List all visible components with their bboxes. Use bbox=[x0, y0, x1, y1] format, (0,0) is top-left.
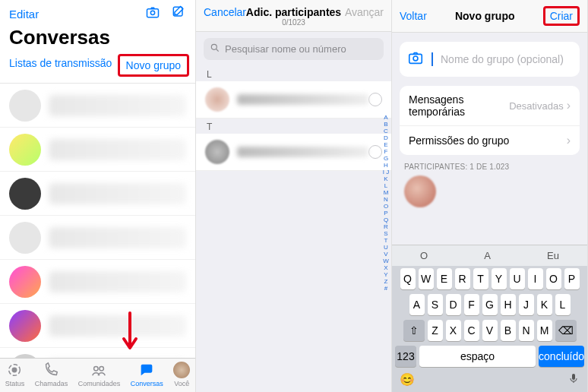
contact-name bbox=[237, 94, 368, 105]
key-U[interactable]: U bbox=[510, 268, 525, 289]
numbers-key[interactable]: 123 bbox=[395, 346, 416, 367]
chats-panel: Editar Conversas Listas de transmissão N… bbox=[0, 0, 196, 392]
chats-icon bbox=[138, 362, 155, 378]
key-J[interactable]: J bbox=[519, 294, 534, 315]
select-radio[interactable] bbox=[368, 145, 382, 159]
backspace-key[interactable]: ⌫ bbox=[555, 320, 577, 341]
advance-button[interactable]: Avançar bbox=[345, 6, 384, 18]
chat-preview bbox=[49, 95, 186, 116]
add-participants-panel: Cancelar Adic. participantes 0/1023 Avan… bbox=[196, 0, 392, 392]
new-group-panel: Voltar Novo grupo Criar Mensagens tempor… bbox=[392, 0, 588, 392]
chat-row[interactable] bbox=[0, 304, 195, 348]
header-counter: 0/1023 bbox=[204, 18, 384, 27]
participant-avatar[interactable] bbox=[404, 175, 436, 207]
alphabet-index[interactable]: A B C D E F G H I J K L M N O P Q R S T … bbox=[382, 114, 390, 292]
top-bar: Editar bbox=[0, 0, 195, 24]
contact-name bbox=[237, 147, 368, 157]
key-M[interactable]: M bbox=[537, 320, 552, 341]
key-F[interactable]: F bbox=[464, 294, 479, 315]
chat-row[interactable] bbox=[0, 216, 195, 260]
chat-avatar bbox=[9, 178, 41, 210]
chat-preview bbox=[49, 227, 186, 248]
disappearing-messages-row[interactable]: Mensagens temporárias Desativadas› bbox=[400, 86, 580, 126]
group-name-input[interactable] bbox=[441, 53, 574, 65]
tab-chats-label: Conversas bbox=[131, 380, 163, 387]
chat-avatar bbox=[9, 222, 41, 254]
contact-row[interactable] bbox=[196, 134, 391, 171]
chat-row[interactable] bbox=[0, 84, 195, 128]
edit-button[interactable]: Editar bbox=[9, 8, 39, 21]
key-P[interactable]: P bbox=[564, 268, 580, 289]
row-value: Desativadas bbox=[509, 100, 564, 112]
chat-list[interactable] bbox=[0, 84, 195, 358]
tab-you-label: Você bbox=[174, 380, 189, 387]
participants-label: PARTICIPANTES: 1 DE 1.023 bbox=[392, 155, 587, 175]
chat-preview bbox=[49, 183, 186, 204]
key-X[interactable]: X bbox=[446, 320, 461, 341]
svg-point-7 bbox=[211, 44, 217, 49]
chat-avatar bbox=[9, 266, 41, 298]
key-W[interactable]: W bbox=[419, 268, 434, 289]
done-key[interactable]: concluído bbox=[539, 346, 584, 367]
chat-preview bbox=[49, 139, 186, 160]
group-permissions-row[interactable]: Permissões do grupo › bbox=[400, 126, 580, 155]
chat-row[interactable] bbox=[0, 172, 195, 216]
emoji-key[interactable]: 😊 bbox=[400, 372, 415, 387]
tab-calls[interactable]: Chamadas bbox=[35, 362, 68, 387]
suggestion[interactable]: Eu bbox=[547, 250, 559, 261]
cancel-button[interactable]: Cancelar bbox=[204, 6, 246, 18]
key-S[interactable]: S bbox=[428, 294, 443, 315]
chevron-right-icon: › bbox=[567, 99, 571, 112]
camera-icon[interactable] bbox=[407, 49, 424, 69]
chat-row[interactable] bbox=[0, 348, 195, 358]
key-Y[interactable]: Y bbox=[492, 268, 507, 289]
contact-row[interactable] bbox=[196, 81, 391, 119]
back-button[interactable]: Voltar bbox=[400, 10, 427, 22]
suggestion[interactable]: A bbox=[484, 250, 491, 261]
key-N[interactable]: N bbox=[519, 320, 534, 341]
key-E[interactable]: E bbox=[437, 268, 452, 289]
key-D[interactable]: D bbox=[446, 294, 461, 315]
camera-icon[interactable] bbox=[145, 5, 160, 23]
text-caret bbox=[432, 52, 433, 66]
key-L[interactable]: L bbox=[555, 294, 571, 315]
sub-bar: Listas de transmissão Novo grupo bbox=[0, 54, 195, 84]
section-header-T: T bbox=[196, 119, 391, 134]
key-Q[interactable]: Q bbox=[400, 268, 416, 289]
key-Z[interactable]: Z bbox=[428, 320, 443, 341]
new-group-link[interactable]: Novo grupo bbox=[118, 54, 189, 77]
key-R[interactable]: R bbox=[455, 268, 470, 289]
create-button[interactable]: Criar bbox=[543, 6, 580, 26]
shift-key[interactable]: ⇧ bbox=[403, 320, 425, 341]
chat-row[interactable] bbox=[0, 128, 195, 172]
contact-avatar bbox=[205, 87, 229, 112]
svg-point-4 bbox=[13, 368, 17, 372]
avatar-icon bbox=[173, 362, 190, 378]
key-C[interactable]: C bbox=[464, 320, 479, 341]
mic-key[interactable] bbox=[567, 372, 580, 387]
tab-communities[interactable]: Comunidades bbox=[78, 362, 121, 387]
key-O[interactable]: O bbox=[546, 268, 561, 289]
suggestion[interactable]: O bbox=[420, 250, 428, 261]
row-label: Mensagens temporárias bbox=[409, 93, 509, 118]
tab-chats[interactable]: Conversas bbox=[131, 362, 163, 387]
tab-status[interactable]: Status bbox=[5, 362, 25, 387]
tab-you[interactable]: Você bbox=[173, 362, 190, 387]
key-V[interactable]: V bbox=[482, 320, 498, 341]
search-placeholder: Pesquisar nome ou número bbox=[225, 43, 346, 55]
search-icon bbox=[210, 43, 220, 55]
key-T[interactable]: T bbox=[473, 268, 488, 289]
select-radio[interactable] bbox=[368, 93, 382, 106]
space-key[interactable]: espaço bbox=[419, 346, 536, 367]
key-A[interactable]: A bbox=[409, 294, 425, 315]
key-I[interactable]: I bbox=[528, 268, 543, 289]
compose-icon[interactable] bbox=[171, 5, 186, 23]
key-K[interactable]: K bbox=[537, 294, 552, 315]
search-field[interactable]: Pesquisar nome ou número bbox=[204, 38, 384, 60]
chat-row[interactable] bbox=[0, 260, 195, 304]
contact-avatar bbox=[205, 140, 229, 164]
broadcast-lists-link[interactable]: Listas de transmissão bbox=[9, 57, 112, 77]
key-B[interactable]: B bbox=[501, 320, 516, 341]
key-H[interactable]: H bbox=[501, 294, 516, 315]
key-G[interactable]: G bbox=[482, 294, 498, 315]
